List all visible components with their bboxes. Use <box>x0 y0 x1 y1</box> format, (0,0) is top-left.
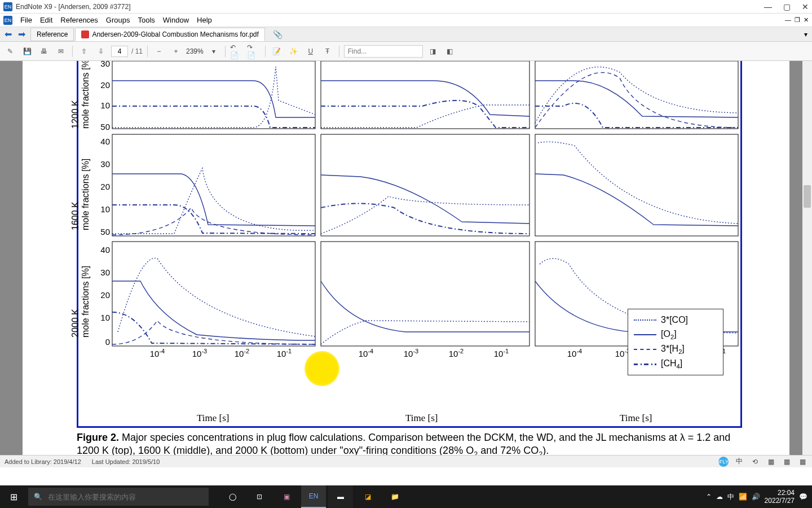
system-tray: ⌃ ☁ 中 📶 🔊 22:04 2022/7/27 💬 <box>706 489 812 505</box>
find-input[interactable] <box>344 45 423 58</box>
menu-file[interactable]: File <box>20 16 32 24</box>
zoom-dropdown[interactable]: ▾ <box>207 45 220 58</box>
svg-rect-0 <box>112 61 315 129</box>
menu-edit[interactable]: Edit <box>40 16 52 24</box>
mdi-close[interactable]: ✕ <box>804 16 809 24</box>
pdf-viewport[interactable]: 1200 Kmole fractions [%] 1600 Kmole frac… <box>0 61 812 455</box>
svg-rect-7 <box>321 242 529 346</box>
menu-references[interactable]: References <box>60 16 98 24</box>
save-button[interactable]: 💾 <box>20 45 34 58</box>
tab-bar: ⬅ ➡ Reference Andersen-2009-Global Combu… <box>0 27 812 42</box>
edit-annot-button[interactable]: ✎ <box>3 45 17 58</box>
taskbar-search-input[interactable] <box>48 493 203 501</box>
svg-text:10-3: 10-3 <box>192 348 207 358</box>
svg-text:20: 20 <box>100 182 110 191</box>
note-button[interactable]: 📝 <box>270 45 284 58</box>
underline-button[interactable]: U <box>304 45 317 58</box>
next-page-button[interactable]: ⇩ <box>94 45 108 58</box>
menu-window[interactable]: Window <box>163 16 189 24</box>
svg-text:50: 50 <box>100 122 110 132</box>
attachment-button[interactable]: 📎 <box>268 28 287 41</box>
svg-text:20: 20 <box>100 80 110 90</box>
mail-button[interactable]: ✉ <box>54 45 68 58</box>
vertical-scrollbar[interactable] <box>802 61 812 455</box>
zoom-value: 239% <box>186 47 204 55</box>
zoom-out-button[interactable]: − <box>152 45 166 58</box>
status-icon-2[interactable]: 中 <box>734 457 744 467</box>
status-icon-5[interactable]: ▦ <box>782 457 792 467</box>
strikethrough-button[interactable]: Ŧ <box>321 45 334 58</box>
chart-legend: 3*[CO] [O2] 3*[H2] [CH4] <box>628 309 723 375</box>
svg-text:10-2: 10-2 <box>235 348 249 358</box>
app-endnote[interactable]: EN <box>301 485 326 508</box>
panel-left-button[interactable]: ◨ <box>426 45 440 58</box>
tray-cloud-icon[interactable]: ☁ <box>716 493 723 501</box>
svg-text:10-4: 10-4 <box>567 348 582 358</box>
maximize-button[interactable]: ▢ <box>783 2 791 11</box>
status-icon-1[interactable]: iFLY <box>718 457 729 467</box>
svg-rect-2 <box>535 61 738 129</box>
prev-page-button[interactable]: ⇧ <box>77 45 91 58</box>
xlabel-1: Time [s] <box>197 413 229 424</box>
svg-text:10: 10 <box>100 204 110 214</box>
tray-net-icon[interactable]: 📶 <box>739 493 747 501</box>
menu-tools[interactable]: Tools <box>138 16 155 24</box>
tray-vol-icon[interactable]: 🔊 <box>752 493 760 501</box>
highlight-button[interactable]: ✨ <box>287 45 301 58</box>
tab-pdf[interactable]: Andersen-2009-Global Combustion Mechanis… <box>75 28 265 41</box>
back-button[interactable]: ⬅ <box>2 29 14 40</box>
svg-text:10-4: 10-4 <box>359 348 373 358</box>
start-button[interactable]: ⊞ <box>0 485 27 508</box>
scrollbar-thumb[interactable] <box>804 185 811 208</box>
taskbar: ⊞ 🔍 ◯ ⊡ ▣ EN ▬ ◪ 📁 ⌃ ☁ 中 📶 🔊 22:04 2022/… <box>0 485 812 508</box>
tray-up-icon[interactable]: ⌃ <box>706 493 712 501</box>
rotate-ccw-button[interactable]: ↶📄 <box>230 45 244 58</box>
svg-text:30: 30 <box>100 159 110 169</box>
taskbar-search[interactable]: 🔍 <box>28 488 209 506</box>
status-icon-6[interactable]: ▦ <box>797 457 807 467</box>
window-title: EndNote X9 - [Andersen, 2009 #3772] <box>16 3 764 11</box>
mdi-restore[interactable]: ❐ <box>795 16 800 24</box>
svg-rect-5 <box>535 134 738 236</box>
minimize-button[interactable]: — <box>764 2 772 11</box>
app-icon: EN <box>3 2 12 11</box>
tab-overflow[interactable]: ▾ <box>804 30 812 38</box>
status-icon-4[interactable]: ▦ <box>766 457 776 467</box>
notification-button[interactable]: 💬 <box>799 493 807 501</box>
zoom-in-button[interactable]: + <box>169 45 183 58</box>
status-bar: Added to Library: 2019/4/12 Last Updated… <box>0 455 812 467</box>
panel-right-button[interactable]: ◧ <box>443 45 457 58</box>
tab-reference[interactable]: Reference <box>30 28 74 41</box>
svg-text:20: 20 <box>100 290 110 300</box>
nav-arrows: ⬅ ➡ <box>0 29 29 40</box>
app-1[interactable]: ▣ <box>274 485 299 508</box>
svg-rect-1 <box>321 61 529 129</box>
forward-button[interactable]: ➡ <box>16 29 27 40</box>
xlabel-3: Time [s] <box>620 413 652 424</box>
svg-rect-4 <box>321 134 529 236</box>
tray-ime[interactable]: 中 <box>727 492 734 502</box>
close-button[interactable]: ✕ <box>802 2 809 11</box>
taskbar-clock[interactable]: 22:04 2022/7/27 <box>765 489 795 505</box>
svg-rect-6 <box>112 242 315 346</box>
pdf-page: 1200 Kmole fractions [%] 1600 Kmole frac… <box>23 61 789 455</box>
menu-groups[interactable]: Groups <box>106 16 130 24</box>
app-terminal[interactable]: ▬ <box>328 485 353 508</box>
app-explorer[interactable]: 📁 <box>382 485 407 508</box>
svg-text:10-2: 10-2 <box>449 348 464 358</box>
status-icon-3[interactable]: ⟲ <box>750 457 760 467</box>
app-4[interactable]: ◪ <box>355 485 380 508</box>
svg-text:10-1: 10-1 <box>494 348 509 358</box>
mdi-minimize[interactable]: — <box>785 16 791 24</box>
svg-text:40: 40 <box>100 137 110 146</box>
rotate-cw-button[interactable]: ↷📄 <box>247 45 261 58</box>
menu-bar: EN File Edit References Groups Tools Win… <box>0 14 812 27</box>
svg-text:10-3: 10-3 <box>404 348 418 358</box>
cortana-button[interactable]: ⊡ <box>247 485 272 508</box>
print-button[interactable]: 🖶 <box>37 45 51 58</box>
task-view-button[interactable]: ◯ <box>220 485 245 508</box>
doc-icon: EN <box>3 16 12 25</box>
menu-help[interactable]: Help <box>197 16 212 24</box>
taskbar-apps: ◯ ⊡ ▣ EN ▬ ◪ 📁 <box>220 485 407 508</box>
page-input[interactable] <box>111 46 128 57</box>
